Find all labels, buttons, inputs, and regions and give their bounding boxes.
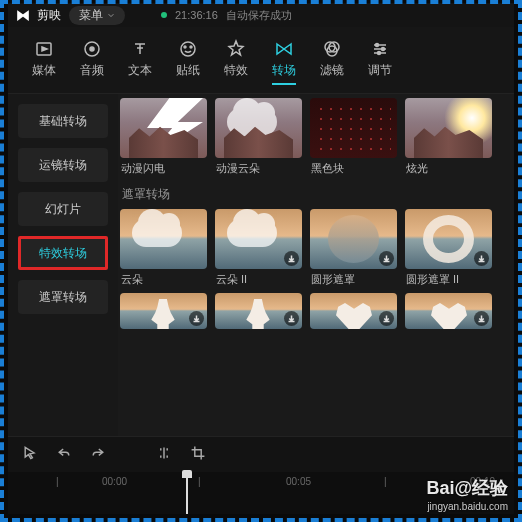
thumbnail xyxy=(310,209,397,269)
status-dot-icon xyxy=(161,12,167,18)
svg-point-9 xyxy=(376,44,379,47)
thumbnail xyxy=(310,293,397,329)
menu-dropdown[interactable]: 菜单 xyxy=(69,6,125,25)
undo-button[interactable] xyxy=(56,445,72,464)
watermark-sub: jingyan.baidu.com xyxy=(427,501,508,512)
fx-icon xyxy=(226,39,246,59)
thumbnail xyxy=(405,209,492,269)
title-bar: ⧓ 剪映 菜单 21:36:16 自动保存成功 xyxy=(8,3,514,27)
ruler-tick: | xyxy=(56,476,59,487)
timeline-toolbar xyxy=(8,436,514,472)
transition-card[interactable] xyxy=(120,293,207,329)
sidebar-item-4[interactable]: 遮罩转场 xyxy=(18,280,108,314)
tab-label: 贴纸 xyxy=(176,62,200,79)
transition-card[interactable]: 炫光 xyxy=(405,98,492,176)
download-icon[interactable] xyxy=(284,251,299,266)
card-label: 圆形遮罩 xyxy=(310,269,397,287)
card-label: 圆形遮罩 II xyxy=(405,269,492,287)
redo-button[interactable] xyxy=(90,445,106,464)
thumbnail xyxy=(405,98,492,158)
transition-icon xyxy=(274,39,294,59)
ruler-tick: | xyxy=(198,476,201,487)
tab-adjust[interactable]: 调节 xyxy=(356,35,404,93)
svg-point-2 xyxy=(90,47,94,51)
category-sidebar: 基础转场运镜转场幻灯片特效转场遮罩转场 xyxy=(8,94,118,436)
thumbnail xyxy=(310,98,397,158)
card-label: 动漫云朵 xyxy=(215,158,302,176)
tab-label: 转场 xyxy=(272,62,296,85)
filter-icon xyxy=(322,39,342,59)
thumbnail xyxy=(215,98,302,158)
ruler-tick: | xyxy=(384,476,387,487)
thumbnail xyxy=(120,98,207,158)
top-tabs: 媒体音频文本贴纸特效转场滤镜调节 xyxy=(8,27,514,94)
tab-label: 调节 xyxy=(368,62,392,79)
crop-button[interactable] xyxy=(190,445,206,464)
card-label: 云朵 II xyxy=(215,269,302,287)
transition-card[interactable]: 动漫云朵 xyxy=(215,98,302,176)
tab-media[interactable]: 媒体 xyxy=(20,35,68,93)
sticker-icon xyxy=(178,39,198,59)
tab-transition[interactable]: 转场 xyxy=(260,35,308,93)
svg-point-5 xyxy=(190,46,192,48)
transition-card[interactable]: 云朵 xyxy=(120,209,207,287)
download-icon[interactable] xyxy=(379,251,394,266)
tab-text[interactable]: 文本 xyxy=(116,35,164,93)
ruler-tick: 00:05 xyxy=(286,476,311,487)
tab-sticker[interactable]: 贴纸 xyxy=(164,35,212,93)
transition-card[interactable] xyxy=(215,293,302,329)
sidebar-item-2[interactable]: 幻灯片 xyxy=(18,192,108,226)
app-name: 剪映 xyxy=(37,7,61,24)
watermark: Bai@经验 xyxy=(426,476,508,500)
sidebar-item-0[interactable]: 基础转场 xyxy=(18,104,108,138)
media-icon xyxy=(34,39,54,59)
tab-label: 特效 xyxy=(224,62,248,79)
card-label: 云朵 xyxy=(120,269,207,287)
section-title: 遮罩转场 xyxy=(120,182,514,209)
autosave-status: 自动保存成功 xyxy=(226,8,292,23)
sidebar-item-3[interactable]: 特效转场 xyxy=(18,236,108,270)
tab-filter[interactable]: 滤镜 xyxy=(308,35,356,93)
adjust-icon xyxy=(370,39,390,59)
card-label: 动漫闪电 xyxy=(120,158,207,176)
audio-icon xyxy=(82,39,102,59)
split-button[interactable] xyxy=(156,445,172,464)
transition-card[interactable]: 黑色块 xyxy=(310,98,397,176)
sidebar-item-1[interactable]: 运镜转场 xyxy=(18,148,108,182)
transition-card[interactable]: 圆形遮罩 II xyxy=(405,209,492,287)
transition-card[interactable]: 云朵 II xyxy=(215,209,302,287)
thumbnail xyxy=(215,293,302,329)
download-icon[interactable] xyxy=(189,311,204,326)
download-icon[interactable] xyxy=(379,311,394,326)
transition-card[interactable] xyxy=(310,293,397,329)
download-icon[interactable] xyxy=(474,311,489,326)
playhead[interactable] xyxy=(186,472,188,514)
app-logo: ⧓ xyxy=(16,7,29,23)
tab-label: 文本 xyxy=(128,62,152,79)
chevron-down-icon xyxy=(107,11,115,19)
transition-card[interactable] xyxy=(405,293,492,329)
transition-gallery: 动漫闪电动漫云朵黑色块炫光遮罩转场云朵云朵 II圆形遮罩圆形遮罩 II xyxy=(118,94,514,436)
card-label: 黑色块 xyxy=(310,158,397,176)
ruler-tick: 00:00 xyxy=(102,476,127,487)
tab-fx[interactable]: 特效 xyxy=(212,35,260,93)
svg-point-10 xyxy=(382,48,385,51)
download-icon[interactable] xyxy=(284,311,299,326)
tab-label: 媒体 xyxy=(32,62,56,79)
transition-card[interactable]: 动漫闪电 xyxy=(120,98,207,176)
thumbnail xyxy=(120,293,207,329)
download-icon[interactable] xyxy=(474,251,489,266)
svg-point-11 xyxy=(378,52,381,55)
pointer-tool[interactable] xyxy=(22,445,38,464)
autosave-time: 21:36:16 xyxy=(175,9,218,21)
thumbnail xyxy=(215,209,302,269)
card-label: 炫光 xyxy=(405,158,492,176)
tab-audio[interactable]: 音频 xyxy=(68,35,116,93)
thumbnail xyxy=(405,293,492,329)
transition-card[interactable]: 圆形遮罩 xyxy=(310,209,397,287)
svg-point-3 xyxy=(181,42,195,56)
tab-label: 音频 xyxy=(80,62,104,79)
thumbnail xyxy=(120,209,207,269)
text-icon xyxy=(130,39,150,59)
svg-point-4 xyxy=(184,46,186,48)
